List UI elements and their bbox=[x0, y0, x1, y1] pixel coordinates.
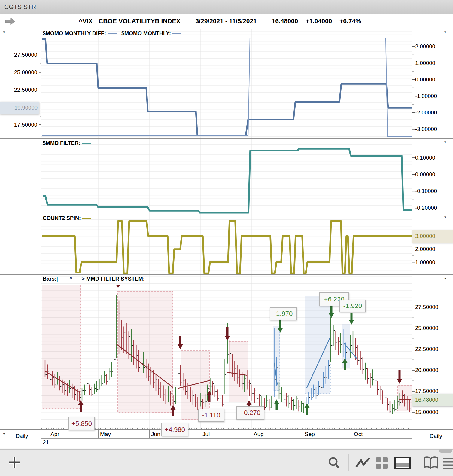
panel1-plot-area[interactable] bbox=[41, 29, 412, 138]
interval-selector-left[interactable]: Daily bbox=[8, 433, 36, 439]
count2-spin-legend-dash bbox=[82, 218, 91, 219]
symbol-summary: ^VIX CBOE VOLATILITYB INDEX 3/29/2021 - … bbox=[79, 17, 361, 25]
add-icon[interactable] bbox=[7, 455, 22, 469]
panel3-legend: COUNT2 SPIN: bbox=[43, 215, 96, 221]
toolbar-divider bbox=[348, 454, 349, 471]
panel1-left-dropdown-icon[interactable]: ▾ bbox=[3, 30, 5, 34]
scrollbar-thumb[interactable] bbox=[439, 449, 452, 453]
bars-label: Bars: bbox=[43, 276, 56, 282]
panel4-plot-area[interactable] bbox=[41, 275, 412, 429]
momo-diff-label: $MOMO MONTHLY DIFF: bbox=[43, 30, 106, 36]
mmd-filter-system-label: MMD FILTER SYSTEM: bbox=[85, 276, 145, 282]
panel3-plot-area[interactable] bbox=[41, 214, 412, 274]
symbol-name: CBOE VOLATILITYB INDEX bbox=[99, 17, 181, 24]
last-price: 16.48000 bbox=[272, 17, 298, 24]
toolbar-divider bbox=[417, 454, 417, 471]
forward-arrow-icon[interactable] bbox=[5, 17, 16, 26]
window-title: CGTS STR bbox=[4, 3, 36, 11]
symbol: ^VIX bbox=[79, 17, 93, 24]
price-change-pct: +6.74% bbox=[339, 17, 361, 24]
panel1-legend: $MOMO MONTHLY DIFF:$MOMO MONTHLY: bbox=[43, 30, 186, 37]
mmd-system-legend-dash bbox=[146, 279, 155, 279]
mmd-filter-legend-dash bbox=[82, 143, 91, 144]
momo-monthly-label: $MOMO MONTHLY: bbox=[121, 30, 171, 36]
chart-header: ^VIX CBOE VOLATILITYB INDEX 3/29/2021 - … bbox=[0, 14, 453, 29]
grid-view-icon[interactable] bbox=[375, 456, 389, 470]
momo-diff-legend-dash bbox=[108, 33, 117, 34]
panel4-legend: Bars:|-^-----> MMD FILTER SYSTEM: bbox=[43, 276, 160, 282]
price-change: +1.04000 bbox=[306, 17, 332, 24]
panel2-right-dropdown-icon[interactable]: ▾ bbox=[444, 140, 446, 144]
momo-monthly-legend-dash bbox=[172, 33, 181, 34]
panel1-right-dropdown-icon[interactable]: ▾ bbox=[444, 30, 446, 34]
panel4-right-dropdown-icon[interactable]: ▾ bbox=[444, 276, 446, 280]
panel2-plot-area[interactable] bbox=[41, 139, 412, 214]
dash-mark: - bbox=[58, 276, 60, 282]
panel-separator-1[interactable] bbox=[0, 138, 453, 139]
arrow-annotation: ^-----> bbox=[69, 276, 85, 282]
count2-spin-label: COUNT2 SPIN: bbox=[43, 215, 81, 221]
right-gutter-line bbox=[412, 29, 412, 448]
interval-dropdown-icon[interactable]: ▾ bbox=[3, 432, 5, 435]
bottom-toolbar bbox=[0, 449, 453, 476]
book-icon[interactable] bbox=[423, 456, 439, 470]
interval-selector-right[interactable]: Daily bbox=[420, 433, 452, 439]
date-range: 3/29/2021 - 11/5/2021 bbox=[195, 17, 257, 24]
search-icon[interactable] bbox=[327, 456, 341, 470]
panel2-legend: $MMD FILTER: bbox=[43, 140, 96, 146]
list-icon[interactable] bbox=[442, 456, 453, 470]
panel3-right-dropdown-icon[interactable]: ▾ bbox=[444, 215, 446, 219]
month-row-separator bbox=[41, 438, 412, 439]
x-axis-line bbox=[0, 429, 453, 430]
year-label: 21 bbox=[43, 439, 49, 446]
mmd-filter-label: $MMD FILTER: bbox=[43, 140, 81, 146]
window-titlebar[interactable]: CGTS STR bbox=[0, 0, 453, 14]
trend-line-icon[interactable] bbox=[355, 456, 371, 470]
panel-layout-icon[interactable] bbox=[394, 456, 411, 470]
